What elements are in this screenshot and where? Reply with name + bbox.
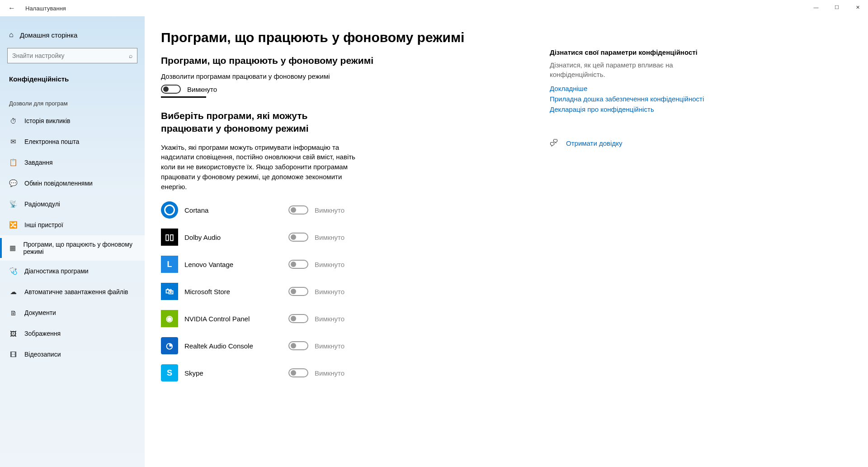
sidebar-item[interactable]: 💬Обмін повідомленнями xyxy=(0,173,145,194)
app-name: Cortana xyxy=(184,206,288,214)
select-apps-title: Виберіть програми, які можуть працювати … xyxy=(161,110,360,135)
titlebar: ← Налаштування — ☐ ✕ xyxy=(0,0,868,16)
app-toggle-state: Вимкнуто xyxy=(315,315,344,323)
nav-item-icon: 🎞 xyxy=(9,351,17,358)
app-toggle-state: Вимкнуто xyxy=(315,369,344,377)
search-box[interactable]: ⌕ xyxy=(7,48,137,63)
sidebar-item[interactable]: 🎞Відеозаписи xyxy=(0,344,145,365)
nav-item-icon: ✉ xyxy=(9,138,17,146)
app-toggle[interactable] xyxy=(288,314,308,323)
sidebar: ⌂ Домашня сторінка ⌕ Конфіденційність До… xyxy=(0,16,145,467)
info-link[interactable]: Докладніше xyxy=(550,84,722,93)
content-area: Програми, що працюють у фоновому режимі … xyxy=(145,16,868,467)
app-toggle-state: Вимкнуто xyxy=(315,342,344,350)
app-icon: ▯▯ xyxy=(161,229,178,246)
sidebar-item[interactable]: ✉Електронна пошта xyxy=(0,131,145,152)
sidebar-item[interactable]: 📋Завдання xyxy=(0,152,145,173)
app-row: ◔Realtek Audio ConsoleВимкнуто xyxy=(161,337,532,354)
nav-item-label: Завдання xyxy=(24,159,53,166)
app-toggle[interactable] xyxy=(288,341,308,350)
app-row: ▯▯Dolby AudioВимкнуто xyxy=(161,229,532,246)
sidebar-item[interactable]: 🩺Діагностика програми xyxy=(0,261,145,281)
sidebar-item[interactable]: 📡Радіомодулі xyxy=(0,194,145,214)
app-row: ◉NVIDIA Control PanelВимкнуто xyxy=(161,310,532,327)
group-label: Дозволи для програм xyxy=(0,89,145,110)
close-button[interactable]: ✕ xyxy=(847,0,868,14)
app-row: 🛍Microsoft StoreВимкнуто xyxy=(161,283,532,300)
search-icon: ⌕ xyxy=(129,52,132,59)
window-controls: — ☐ ✕ xyxy=(806,0,868,14)
master-toggle-state: Вимкнуто xyxy=(187,86,217,93)
app-toggle[interactable] xyxy=(288,233,308,242)
app-icon: L xyxy=(161,256,178,273)
nav-list: ⏱Історія викликів✉Електронна пошта📋Завда… xyxy=(0,110,145,365)
search-input[interactable] xyxy=(12,52,121,59)
sidebar-item[interactable]: 🗎Документи xyxy=(0,302,145,323)
home-link[interactable]: ⌂ Домашня сторінка xyxy=(0,26,145,43)
app-name: Microsoft Store xyxy=(184,288,288,295)
app-toggle[interactable] xyxy=(288,260,308,269)
app-toggle-state: Вимкнуто xyxy=(315,288,344,295)
page-title: Програми, що працюють у фоновому режимі xyxy=(161,30,532,45)
nav-item-label: Документи xyxy=(24,309,56,316)
nav-item-label: Автоматичне завантаження файлів xyxy=(24,288,128,295)
nav-item-label: Електронна пошта xyxy=(24,138,79,145)
app-icon: S xyxy=(161,364,178,381)
app-toggle[interactable] xyxy=(288,287,308,296)
nav-item-label: Відеозаписи xyxy=(24,351,61,358)
sidebar-item[interactable]: ☁Автоматичне завантаження файлів xyxy=(0,281,145,302)
right-pane-heading: Дізнатися свої параметри конфіденційност… xyxy=(550,48,722,57)
app-icon: 🛍 xyxy=(161,283,178,300)
home-label: Домашня сторінка xyxy=(20,31,78,39)
sidebar-item[interactable]: ⏱Історія викликів xyxy=(0,110,145,131)
nav-item-label: Історія викликів xyxy=(24,117,71,124)
info-link[interactable]: Приладна дошка забезпечення конфіденційн… xyxy=(550,94,722,104)
help-icon: 🗪 xyxy=(550,138,558,148)
nav-item-icon: 🔀 xyxy=(9,221,17,229)
app-toggle-state: Вимкнуто xyxy=(315,261,344,268)
right-pane: Дізнатися свої параметри конфіденційност… xyxy=(550,30,722,467)
nav-item-icon: ⏱ xyxy=(9,117,17,125)
minimize-button[interactable]: — xyxy=(806,0,826,14)
nav-item-label: Інші пристрої xyxy=(24,221,63,229)
app-toggle[interactable] xyxy=(288,205,308,214)
app-toggle[interactable] xyxy=(288,368,308,377)
app-icon: ◔ xyxy=(161,337,178,354)
app-row: LLenovo VantageВимкнуто xyxy=(161,256,532,273)
back-button[interactable]: ← xyxy=(8,4,15,12)
info-link[interactable]: Декларація про конфіденційність xyxy=(550,105,722,114)
sidebar-item[interactable]: 🔀Інші пристрої xyxy=(0,214,145,235)
app-row: SSkypeВимкнуто xyxy=(161,364,532,381)
nav-item-icon: 🖼 xyxy=(9,330,17,338)
sidebar-item[interactable]: ▦Програми, що працюють у фоновому режимі xyxy=(0,235,145,261)
master-toggle[interactable] xyxy=(161,85,181,94)
window-title: Налаштування xyxy=(25,5,66,12)
right-pane-description: Дізнатися, як цей параметр впливає на ко… xyxy=(550,61,722,79)
master-toggle-label: Дозволити програмам працювати у фоновому… xyxy=(161,72,532,80)
sidebar-item[interactable]: 🖼Зображення xyxy=(0,323,145,344)
nav-item-label: Програми, що працюють у фоновому режимі xyxy=(23,241,136,255)
help-label: Отримати довідку xyxy=(566,138,622,148)
app-icon: ◉ xyxy=(161,310,178,327)
nav-item-icon: ☁ xyxy=(9,288,17,296)
nav-item-label: Обмін повідомленнями xyxy=(24,180,93,187)
select-apps-description: Укажіть, які програми можуть отримувати … xyxy=(161,143,364,192)
maximize-button[interactable]: ☐ xyxy=(826,0,847,14)
nav-item-icon: 📡 xyxy=(9,200,17,208)
nav-item-icon: 🗎 xyxy=(9,309,17,317)
home-icon: ⌂ xyxy=(9,31,14,39)
app-name: Lenovo Vantage xyxy=(184,261,288,268)
nav-item-label: Зображення xyxy=(24,330,61,337)
nav-item-icon: 🩺 xyxy=(9,267,17,275)
get-help-link[interactable]: 🗪 Отримати довідку xyxy=(550,138,722,148)
nav-item-icon: ▦ xyxy=(9,244,16,252)
app-name: Realtek Audio Console xyxy=(184,342,288,350)
nav-item-icon: 📋 xyxy=(9,158,17,167)
nav-item-icon: 💬 xyxy=(9,179,17,187)
nav-item-label: Радіомодулі xyxy=(24,200,60,208)
app-name: NVIDIA Control Panel xyxy=(184,315,288,323)
app-name: Dolby Audio xyxy=(184,234,288,241)
section-title: Конфіденційність xyxy=(0,71,145,89)
app-toggle-state: Вимкнуто xyxy=(315,206,344,214)
app-list: CortanaВимкнуто▯▯Dolby AudioВимкнутоLLen… xyxy=(161,201,532,381)
